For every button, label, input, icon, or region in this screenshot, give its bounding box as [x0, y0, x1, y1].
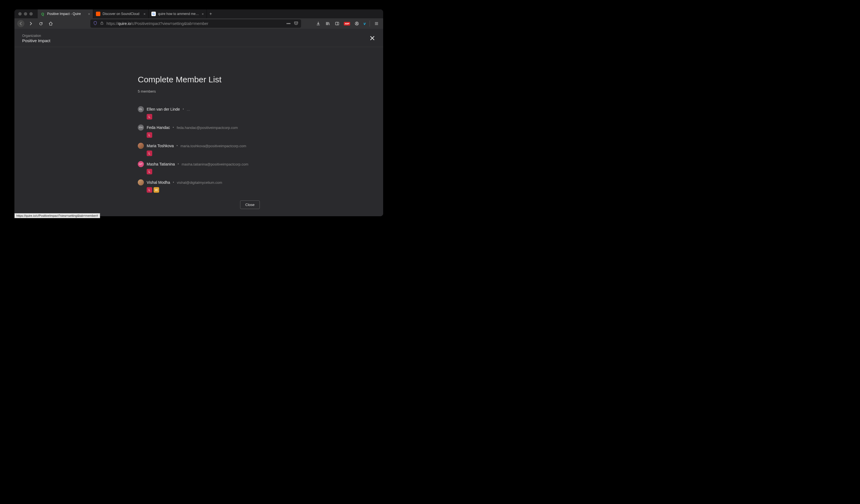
avatar: EL — [138, 106, 144, 112]
member-email: … — [187, 107, 190, 112]
member-name: Feda Handac — [147, 125, 170, 130]
home-button[interactable] — [47, 20, 54, 27]
separator-dot: • — [183, 107, 184, 111]
downloads-icon[interactable] — [315, 21, 321, 26]
tabs-container: Q Positive Impact - Quire × Discover on … — [38, 10, 215, 18]
badges: L — [147, 132, 260, 138]
tab-quire[interactable]: Q Positive Impact - Quire × — [38, 10, 93, 18]
svg-point-4 — [356, 23, 357, 24]
separator-dot: • — [173, 181, 174, 184]
member-count: 5 members — [138, 89, 260, 93]
tab-bar: Q Positive Impact - Quire × Discover on … — [14, 10, 383, 18]
member-list-panel: Complete Member List 5 members ELEllen v… — [138, 75, 260, 193]
member-email: masha.tatianina@positiveimpactcorp.com — [182, 162, 248, 166]
window-zoom-dot[interactable] — [29, 12, 33, 15]
avatar: FH — [138, 125, 144, 131]
member-name: Ellen van der Linde — [147, 107, 180, 112]
close-tab-icon[interactable]: × — [202, 12, 204, 16]
account-icon[interactable] — [354, 21, 360, 26]
avatar — [138, 179, 144, 186]
page-actions-icon[interactable]: ••• — [286, 21, 290, 26]
pocket-icon[interactable] — [294, 21, 298, 26]
member-list: ELEllen van der Linde•…LFHFeda Handac•fe… — [138, 106, 260, 193]
member-name: Maria Toshkova — [147, 144, 174, 148]
close-tab-icon[interactable]: × — [88, 12, 90, 16]
badges: L — [147, 150, 260, 156]
tab-title: Discover on SoundCloud — [103, 12, 141, 16]
avatar: MT — [138, 161, 144, 167]
favicon-soundcloud-icon — [96, 12, 100, 16]
close-button[interactable]: Close — [240, 200, 260, 209]
library-icon[interactable] — [325, 21, 330, 26]
new-tab-button[interactable]: + — [207, 10, 215, 18]
member-row[interactable]: ELEllen van der Linde•…L — [138, 106, 260, 119]
member-row[interactable]: Vishal Modha•vishal@digitalmycelium.comL… — [138, 179, 260, 193]
badge-l: L — [147, 114, 152, 119]
badge-w: W — [154, 187, 159, 193]
status-bar-link: https://quire.io/c/PositiveImpact?view=s… — [14, 213, 100, 218]
org-name: Positive Impact — [22, 38, 51, 43]
separator-dot: • — [173, 126, 174, 129]
badge-l: L — [147, 150, 152, 156]
member-row[interactable]: MTMasha Tatianina•masha.tatianina@positi… — [138, 161, 260, 174]
badges: L — [147, 114, 260, 119]
tab-google-search[interactable]: G quire how to ammend members × — [148, 10, 207, 18]
reload-button[interactable] — [37, 20, 44, 27]
favicon-quire-icon: Q — [41, 12, 45, 16]
browser-window: Q Positive Impact - Quire × Discover on … — [14, 10, 383, 216]
tracking-shield-icon[interactable] — [93, 21, 97, 26]
nav-bar: https://quire.io/c/PositiveImpact?view=s… — [14, 18, 383, 29]
back-button[interactable] — [17, 20, 24, 27]
adblock-icon[interactable]: ABP — [344, 22, 350, 26]
menu-icon[interactable] — [374, 21, 379, 26]
panel-title: Complete Member List — [138, 75, 260, 84]
svg-rect-0 — [101, 23, 103, 25]
tab-title: quire how to ammend members — [158, 12, 199, 16]
avatar — [138, 143, 144, 149]
member-email: vishal@digitalmycelium.com — [177, 181, 222, 185]
member-row[interactable]: Maria Toshkova•maria.toshkova@positiveim… — [138, 143, 260, 156]
main-area: Complete Member List 5 members ELEllen v… — [14, 47, 383, 216]
separator-dot: • — [178, 162, 179, 166]
badges: L — [147, 169, 260, 174]
window-controls — [17, 12, 35, 15]
close-tab-icon[interactable]: × — [143, 12, 145, 16]
member-email: maria.toshkova@positiveimpactcorp.com — [181, 144, 246, 148]
favicon-google-icon: G — [152, 12, 156, 16]
page-content: Organization Positive Impact ✕ Complete … — [14, 29, 383, 216]
url-text: https://quire.io/c/PositiveImpact?view=s… — [106, 21, 284, 26]
tab-title: Positive Impact - Quire — [47, 12, 86, 16]
member-email: feda.handac@positiveimpactcorp.com — [176, 126, 238, 130]
separator — [370, 20, 370, 27]
lock-icon[interactable] — [100, 21, 104, 26]
sidebar-icon[interactable] — [334, 21, 340, 26]
org-label: Organization — [22, 34, 51, 38]
badges: LW — [147, 187, 260, 193]
window-close-dot[interactable] — [18, 12, 22, 15]
address-bar[interactable]: https://quire.io/c/PositiveImpact?view=s… — [90, 19, 301, 28]
forward-button[interactable] — [27, 20, 34, 27]
page-header: Organization Positive Impact ✕ — [14, 29, 383, 47]
badge-l: L — [147, 187, 152, 193]
close-page-button[interactable]: ✕ — [369, 34, 375, 43]
member-name: Masha Tatianina — [147, 162, 175, 166]
org-block: Organization Positive Impact — [22, 34, 51, 43]
vimeo-icon[interactable]: v — [363, 21, 366, 26]
member-row[interactable]: FHFeda Handac•feda.handac@positiveimpact… — [138, 125, 260, 138]
tab-soundcloud[interactable]: Discover on SoundCloud × — [93, 10, 148, 18]
toolbar-right: ABP v — [315, 20, 381, 27]
window-minimize-dot[interactable] — [24, 12, 27, 15]
badge-l: L — [147, 169, 152, 174]
badge-l: L — [147, 132, 152, 138]
svg-rect-1 — [335, 22, 339, 25]
separator-dot: • — [176, 144, 178, 148]
member-name: Vishal Modha — [147, 180, 170, 185]
